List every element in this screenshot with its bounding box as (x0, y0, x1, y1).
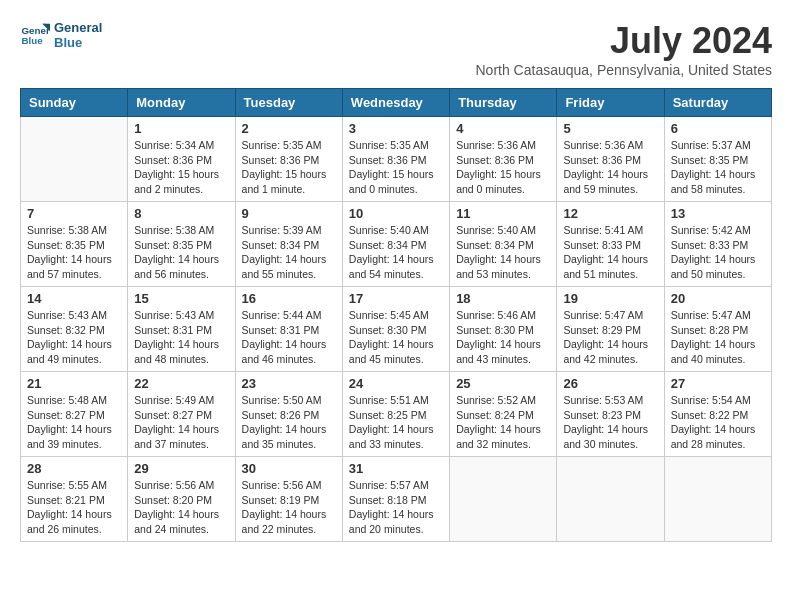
calendar-cell: 7Sunrise: 5:38 AMSunset: 8:35 PMDaylight… (21, 202, 128, 287)
day-number: 19 (563, 291, 657, 306)
calendar-header-row: SundayMondayTuesdayWednesdayThursdayFrid… (21, 89, 772, 117)
calendar-cell: 24Sunrise: 5:51 AMSunset: 8:25 PMDayligh… (342, 372, 449, 457)
day-info: Sunrise: 5:56 AMSunset: 8:19 PMDaylight:… (242, 478, 336, 537)
location-subtitle: North Catasauqua, Pennsylvania, United S… (475, 62, 772, 78)
svg-text:Blue: Blue (22, 35, 44, 46)
day-info: Sunrise: 5:35 AMSunset: 8:36 PMDaylight:… (349, 138, 443, 197)
day-number: 6 (671, 121, 765, 136)
calendar-cell: 16Sunrise: 5:44 AMSunset: 8:31 PMDayligh… (235, 287, 342, 372)
calendar-cell: 2Sunrise: 5:35 AMSunset: 8:36 PMDaylight… (235, 117, 342, 202)
day-number: 2 (242, 121, 336, 136)
calendar-cell (664, 457, 771, 542)
day-info: Sunrise: 5:40 AMSunset: 8:34 PMDaylight:… (456, 223, 550, 282)
day-info: Sunrise: 5:42 AMSunset: 8:33 PMDaylight:… (671, 223, 765, 282)
day-info: Sunrise: 5:35 AMSunset: 8:36 PMDaylight:… (242, 138, 336, 197)
day-info: Sunrise: 5:37 AMSunset: 8:35 PMDaylight:… (671, 138, 765, 197)
day-info: Sunrise: 5:38 AMSunset: 8:35 PMDaylight:… (134, 223, 228, 282)
day-info: Sunrise: 5:53 AMSunset: 8:23 PMDaylight:… (563, 393, 657, 452)
day-number: 14 (27, 291, 121, 306)
calendar-cell: 21Sunrise: 5:48 AMSunset: 8:27 PMDayligh… (21, 372, 128, 457)
day-number: 30 (242, 461, 336, 476)
day-info: Sunrise: 5:43 AMSunset: 8:31 PMDaylight:… (134, 308, 228, 367)
day-number: 27 (671, 376, 765, 391)
column-header-thursday: Thursday (450, 89, 557, 117)
day-info: Sunrise: 5:36 AMSunset: 8:36 PMDaylight:… (456, 138, 550, 197)
day-info: Sunrise: 5:43 AMSunset: 8:32 PMDaylight:… (27, 308, 121, 367)
calendar-cell: 8Sunrise: 5:38 AMSunset: 8:35 PMDaylight… (128, 202, 235, 287)
calendar-cell: 26Sunrise: 5:53 AMSunset: 8:23 PMDayligh… (557, 372, 664, 457)
day-number: 20 (671, 291, 765, 306)
day-number: 31 (349, 461, 443, 476)
day-info: Sunrise: 5:46 AMSunset: 8:30 PMDaylight:… (456, 308, 550, 367)
week-row-3: 14Sunrise: 5:43 AMSunset: 8:32 PMDayligh… (21, 287, 772, 372)
calendar-cell: 19Sunrise: 5:47 AMSunset: 8:29 PMDayligh… (557, 287, 664, 372)
month-year-title: July 2024 (475, 20, 772, 62)
calendar-cell: 3Sunrise: 5:35 AMSunset: 8:36 PMDaylight… (342, 117, 449, 202)
day-info: Sunrise: 5:48 AMSunset: 8:27 PMDaylight:… (27, 393, 121, 452)
logo-subtext: Blue (54, 35, 102, 50)
calendar-cell: 23Sunrise: 5:50 AMSunset: 8:26 PMDayligh… (235, 372, 342, 457)
calendar-cell: 30Sunrise: 5:56 AMSunset: 8:19 PMDayligh… (235, 457, 342, 542)
day-number: 21 (27, 376, 121, 391)
day-info: Sunrise: 5:51 AMSunset: 8:25 PMDaylight:… (349, 393, 443, 452)
day-number: 17 (349, 291, 443, 306)
day-info: Sunrise: 5:44 AMSunset: 8:31 PMDaylight:… (242, 308, 336, 367)
calendar-cell: 10Sunrise: 5:40 AMSunset: 8:34 PMDayligh… (342, 202, 449, 287)
calendar-cell (450, 457, 557, 542)
day-number: 25 (456, 376, 550, 391)
day-number: 26 (563, 376, 657, 391)
day-info: Sunrise: 5:55 AMSunset: 8:21 PMDaylight:… (27, 478, 121, 537)
day-info: Sunrise: 5:41 AMSunset: 8:33 PMDaylight:… (563, 223, 657, 282)
day-number: 13 (671, 206, 765, 221)
day-number: 1 (134, 121, 228, 136)
column-header-tuesday: Tuesday (235, 89, 342, 117)
calendar-cell: 18Sunrise: 5:46 AMSunset: 8:30 PMDayligh… (450, 287, 557, 372)
day-number: 28 (27, 461, 121, 476)
calendar-cell: 25Sunrise: 5:52 AMSunset: 8:24 PMDayligh… (450, 372, 557, 457)
column-header-wednesday: Wednesday (342, 89, 449, 117)
calendar-cell: 13Sunrise: 5:42 AMSunset: 8:33 PMDayligh… (664, 202, 771, 287)
day-info: Sunrise: 5:39 AMSunset: 8:34 PMDaylight:… (242, 223, 336, 282)
logo-text: General (54, 20, 102, 35)
calendar-cell (21, 117, 128, 202)
page-header: General Blue General Blue July 2024 Nort… (20, 20, 772, 78)
day-number: 10 (349, 206, 443, 221)
calendar-cell: 14Sunrise: 5:43 AMSunset: 8:32 PMDayligh… (21, 287, 128, 372)
calendar-cell: 11Sunrise: 5:40 AMSunset: 8:34 PMDayligh… (450, 202, 557, 287)
calendar-cell: 31Sunrise: 5:57 AMSunset: 8:18 PMDayligh… (342, 457, 449, 542)
calendar-cell: 27Sunrise: 5:54 AMSunset: 8:22 PMDayligh… (664, 372, 771, 457)
calendar-cell: 4Sunrise: 5:36 AMSunset: 8:36 PMDaylight… (450, 117, 557, 202)
day-info: Sunrise: 5:52 AMSunset: 8:24 PMDaylight:… (456, 393, 550, 452)
day-info: Sunrise: 5:56 AMSunset: 8:20 PMDaylight:… (134, 478, 228, 537)
calendar-cell: 12Sunrise: 5:41 AMSunset: 8:33 PMDayligh… (557, 202, 664, 287)
day-number: 23 (242, 376, 336, 391)
week-row-4: 21Sunrise: 5:48 AMSunset: 8:27 PMDayligh… (21, 372, 772, 457)
logo-icon: General Blue (20, 20, 50, 50)
day-number: 22 (134, 376, 228, 391)
day-number: 16 (242, 291, 336, 306)
day-number: 18 (456, 291, 550, 306)
day-number: 11 (456, 206, 550, 221)
day-number: 24 (349, 376, 443, 391)
day-info: Sunrise: 5:36 AMSunset: 8:36 PMDaylight:… (563, 138, 657, 197)
day-info: Sunrise: 5:47 AMSunset: 8:28 PMDaylight:… (671, 308, 765, 367)
day-number: 3 (349, 121, 443, 136)
column-header-saturday: Saturday (664, 89, 771, 117)
day-number: 4 (456, 121, 550, 136)
day-number: 29 (134, 461, 228, 476)
day-number: 5 (563, 121, 657, 136)
calendar-cell: 9Sunrise: 5:39 AMSunset: 8:34 PMDaylight… (235, 202, 342, 287)
day-number: 8 (134, 206, 228, 221)
column-header-sunday: Sunday (21, 89, 128, 117)
calendar-cell: 1Sunrise: 5:34 AMSunset: 8:36 PMDaylight… (128, 117, 235, 202)
calendar-cell: 17Sunrise: 5:45 AMSunset: 8:30 PMDayligh… (342, 287, 449, 372)
calendar-cell: 28Sunrise: 5:55 AMSunset: 8:21 PMDayligh… (21, 457, 128, 542)
column-header-monday: Monday (128, 89, 235, 117)
day-info: Sunrise: 5:49 AMSunset: 8:27 PMDaylight:… (134, 393, 228, 452)
calendar-cell: 22Sunrise: 5:49 AMSunset: 8:27 PMDayligh… (128, 372, 235, 457)
day-number: 15 (134, 291, 228, 306)
calendar-cell: 5Sunrise: 5:36 AMSunset: 8:36 PMDaylight… (557, 117, 664, 202)
day-info: Sunrise: 5:40 AMSunset: 8:34 PMDaylight:… (349, 223, 443, 282)
day-info: Sunrise: 5:54 AMSunset: 8:22 PMDaylight:… (671, 393, 765, 452)
week-row-2: 7Sunrise: 5:38 AMSunset: 8:35 PMDaylight… (21, 202, 772, 287)
